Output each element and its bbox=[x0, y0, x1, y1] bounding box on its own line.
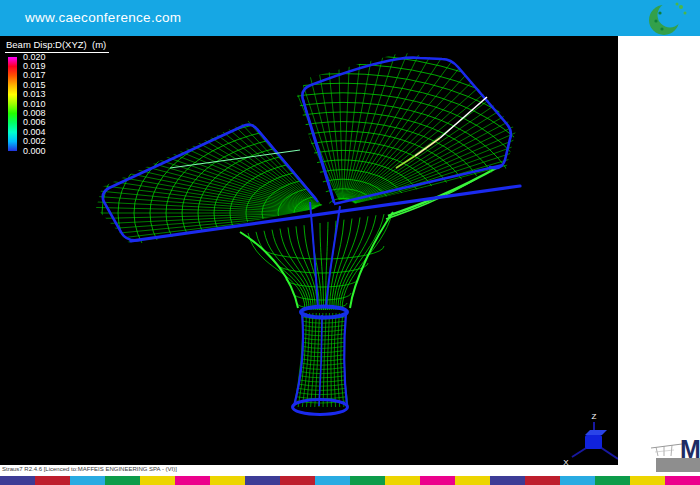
license-status-text: Straus7 R2.4.6 [Licenced to:MAFFEIS ENGI… bbox=[2, 466, 177, 472]
axis-x-label: X bbox=[563, 458, 569, 465]
header-bar: www.caeconference.com bbox=[0, 0, 700, 36]
column-right-edge bbox=[344, 313, 347, 406]
footer-stripe-segment bbox=[420, 476, 455, 485]
footer-stripe-segment bbox=[455, 476, 490, 485]
statusbar: Straus7 R2.4.6 [Licenced to:MAFFEIS ENGI… bbox=[0, 465, 700, 476]
footer-stripe-segment bbox=[105, 476, 140, 485]
footer-stripe-segment bbox=[35, 476, 70, 485]
legend-value: 0.002 bbox=[23, 137, 63, 146]
model-viewport[interactable]: Z X Y Beam Disp:D(XYZ) (m) 0.0200.0190.0… bbox=[0, 36, 618, 465]
axis-cube-top bbox=[585, 430, 607, 435]
canopy-front-edge bbox=[131, 186, 520, 241]
axis-z-label: Z bbox=[592, 412, 597, 421]
footer-stripe-segment bbox=[140, 476, 175, 485]
legend-value: 0.013 bbox=[23, 90, 63, 99]
legend-value: 0.006 bbox=[23, 118, 63, 127]
footer-stripe-segment bbox=[595, 476, 630, 485]
trunk-band-left bbox=[310, 202, 318, 308]
column-front-edge bbox=[319, 315, 322, 406]
screenshot-root: { "header": { "url_text": "www.caeconfer… bbox=[0, 0, 700, 485]
footer-stripe-segment bbox=[630, 476, 665, 485]
footer-stripe-segment bbox=[0, 476, 35, 485]
footer-stripe-segment bbox=[350, 476, 385, 485]
right-canopy-streak-white bbox=[440, 97, 487, 138]
legend-title: Beam Disp:D(XYZ) (m) bbox=[5, 39, 109, 53]
footer-stripe-segment bbox=[490, 476, 525, 485]
axis-cube bbox=[585, 435, 602, 449]
axis-triad: Z X Y bbox=[563, 412, 618, 465]
right-canopy-streak-green bbox=[396, 156, 415, 168]
legend-color-bar bbox=[8, 57, 17, 151]
footer-stripe-segment bbox=[665, 476, 700, 485]
logo-gray-bar bbox=[656, 458, 700, 472]
column-top-ring bbox=[301, 307, 347, 318]
trunk-flare-mesh bbox=[248, 213, 392, 310]
wireframe-model: Z X Y bbox=[0, 36, 618, 465]
footer-stripe-segment bbox=[175, 476, 210, 485]
footer-stripe-segment bbox=[280, 476, 315, 485]
legend-value: 0.017 bbox=[23, 71, 63, 80]
footer-stripe-segment bbox=[245, 476, 280, 485]
left-canopy-inner-edge bbox=[257, 129, 318, 202]
footer-stripe-segment bbox=[525, 476, 560, 485]
swirl-logo-icon bbox=[638, 1, 694, 39]
column-left-edge bbox=[294, 313, 303, 406]
footer-stripe-segment bbox=[385, 476, 420, 485]
maffeis-logo: M bbox=[650, 438, 700, 474]
footer-color-stripe bbox=[0, 476, 700, 485]
footer-stripe-segment bbox=[560, 476, 595, 485]
conference-url-text: www.caeconference.com bbox=[25, 0, 181, 36]
footer-stripe-segment bbox=[70, 476, 105, 485]
footer-stripe-segment bbox=[210, 476, 245, 485]
footer-stripe-segment bbox=[315, 476, 350, 485]
structure-sketch-icon bbox=[650, 440, 684, 458]
legend-value: 0.000 bbox=[23, 147, 63, 156]
